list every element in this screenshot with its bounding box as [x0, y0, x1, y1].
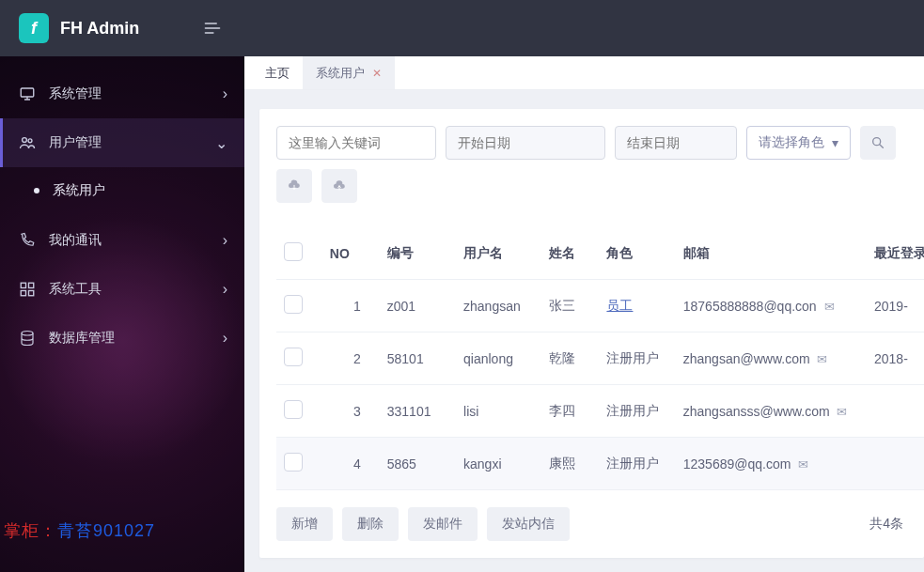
sidebar-subitem[interactable]: 系统用户 [0, 171, 244, 210]
cell-name: 乾隆 [541, 332, 599, 385]
sidebar: 系统管理›用户管理⌄系统用户我的通讯›系统工具›数据库管理› 掌柜：青苔9010… [0, 56, 244, 572]
import-button[interactable] [321, 169, 357, 203]
menu-collapse-icon [203, 19, 222, 38]
monitor-icon [19, 85, 39, 102]
search-button[interactable] [860, 126, 896, 160]
keyword-input[interactable] [276, 126, 436, 160]
tab-bar: 主页 系统用户✕ [244, 56, 924, 90]
role-link[interactable]: 员工 [606, 298, 633, 313]
sidebar-item-label: 用户管理 [49, 134, 102, 151]
svg-rect-0 [21, 88, 34, 97]
table-row[interactable]: 258101qianlong乾隆注册用户zhangsan@www.com ✉20… [276, 332, 924, 385]
svg-rect-5 [21, 291, 25, 296]
svg-point-1 [23, 138, 27, 143]
cloud-upload-icon [332, 178, 347, 193]
chevron-right-icon: › [223, 330, 227, 347]
close-icon[interactable]: ✕ [372, 67, 382, 80]
phone-icon [19, 232, 39, 249]
mail-icon[interactable]: ✉ [837, 405, 847, 419]
cell-username: qianlong [456, 332, 541, 385]
mail-icon[interactable]: ✉ [798, 457, 808, 472]
sidebar-item-label: 数据库管理 [49, 330, 115, 347]
cell-name: 张三 [541, 280, 599, 332]
chevron-right-icon: › [223, 281, 227, 298]
sidebar-item-label: 我的通讯 [49, 232, 102, 249]
cell-last [867, 385, 924, 438]
role-select[interactable]: 请选择角色 ▾ [746, 126, 851, 160]
tab-home[interactable]: 主页 [252, 56, 303, 89]
tab-label: 系统用户 [316, 65, 365, 82]
svg-point-2 [28, 139, 32, 143]
sidebar-item-grid[interactable]: 系统工具› [0, 265, 244, 314]
caret-down-icon: ▾ [832, 135, 838, 150]
cell-name: 康熙 [541, 438, 599, 490]
cell-username: lisi [456, 385, 541, 438]
col-last: 最近登录 [867, 227, 924, 280]
cell-email: zhangsan@www.com ✉ [676, 332, 867, 385]
brand-logo-icon: f [19, 13, 49, 43]
brand[interactable]: f FH Admin [0, 0, 244, 56]
pager-total: 共4条 [869, 516, 903, 533]
sidebar-item-db[interactable]: 数据库管理› [0, 314, 244, 363]
col-role: 角色 [599, 227, 675, 280]
chevron-right-icon: › [223, 232, 227, 249]
select-all-checkbox[interactable] [284, 242, 303, 261]
col-name: 姓名 [541, 227, 599, 280]
cell-role: 注册用户 [599, 385, 675, 438]
mail-icon[interactable]: ✉ [817, 352, 827, 366]
svg-line-9 [880, 145, 883, 147]
cell-no: 2 [322, 332, 380, 385]
cell-last [867, 438, 924, 490]
delete-button[interactable]: 删除 [342, 507, 399, 541]
db-icon [19, 330, 39, 347]
cell-last: 2018- [867, 332, 924, 385]
row-checkbox[interactable] [284, 453, 303, 472]
role-select-label: 请选择角色 [759, 134, 824, 151]
cell-code: z001 [380, 280, 456, 332]
send-message-button[interactable]: 发站内信 [487, 507, 570, 541]
cell-name: 李四 [541, 385, 599, 438]
cell-email: zhangsansss@www.com ✉ [676, 385, 867, 438]
end-date-input[interactable] [615, 126, 737, 160]
dot-icon [34, 188, 39, 193]
cell-code: 331101 [380, 385, 456, 438]
start-date-input[interactable] [446, 126, 605, 160]
search-icon [870, 135, 885, 150]
svg-rect-4 [29, 283, 34, 287]
grid-icon [19, 281, 39, 298]
row-checkbox[interactable] [284, 400, 303, 419]
table-row[interactable]: 3331101lisi李四注册用户zhangsansss@www.com ✉ [276, 385, 924, 438]
svg-point-7 [22, 332, 33, 336]
row-checkbox[interactable] [284, 295, 303, 314]
sidebar-watermark: 掌柜：青苔901027 [4, 519, 155, 542]
users-icon [19, 134, 39, 151]
send-mail-button[interactable]: 发邮件 [408, 507, 478, 541]
cell-email: 1235689@qq.com ✉ [676, 438, 867, 490]
footer-toolbar: 新增 删除 发邮件 发站内信 共4条 [276, 507, 924, 541]
table-row[interactable]: 1z001zhangsan张三员工18765888888@qq.con ✉201… [276, 280, 924, 332]
sidebar-item-users[interactable]: 用户管理⌄ [0, 118, 244, 167]
cell-role: 注册用户 [599, 332, 675, 385]
add-button[interactable]: 新增 [276, 507, 333, 541]
cloud-download-icon [287, 178, 302, 193]
cell-code: 58101 [380, 332, 456, 385]
mail-icon[interactable]: ✉ [824, 300, 835, 314]
col-no: NO [322, 227, 380, 280]
panel: 请选择角色 ▾ [259, 109, 924, 558]
cell-role: 员工 [599, 280, 675, 332]
table-header-row: NO 编号 用户名 姓名 角色 邮箱 最近登录 [276, 227, 924, 280]
sidebar-toggle-button[interactable] [194, 9, 231, 47]
export-button[interactable] [276, 169, 312, 203]
cell-no: 4 [322, 438, 380, 490]
sidebar-subitem-label: 系统用户 [53, 182, 105, 199]
tab-item[interactable]: 系统用户✕ [303, 56, 395, 89]
table-row[interactable]: 45865kangxi康熙注册用户1235689@qq.com ✉ [276, 438, 924, 490]
row-checkbox[interactable] [284, 348, 303, 366]
chevron-down-icon: ⌄ [215, 134, 227, 152]
sidebar-item-monitor[interactable]: 系统管理› [0, 70, 244, 118]
cell-code: 5865 [380, 438, 456, 490]
main-area: 主页 系统用户✕ 请选择角色 ▾ [244, 56, 924, 572]
col-username: 用户名 [456, 227, 541, 280]
sidebar-item-phone[interactable]: 我的通讯› [0, 216, 244, 265]
brand-name: FH Admin [60, 19, 139, 39]
